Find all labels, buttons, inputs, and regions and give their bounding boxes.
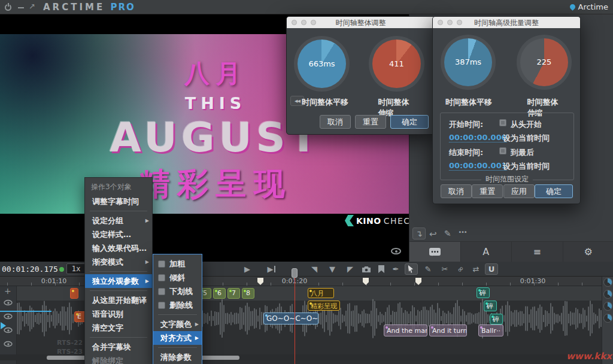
subtitle-block-yellow[interactable]: 八月: [308, 288, 334, 298]
to-end-label: 到最后: [511, 147, 534, 158]
ok-button[interactable]: 确定: [390, 115, 429, 129]
track-eye-icon[interactable]: [4, 300, 12, 305]
tab-list[interactable]: ≡: [512, 242, 563, 262]
subtitle-block-cn[interactable]: 碎: [477, 287, 490, 298]
time-stretch-knob[interactable]: 225: [520, 38, 568, 86]
menu-item-set-group[interactable]: 设定分组▶: [85, 214, 152, 228]
mini-knob[interactable]: [603, 278, 612, 287]
menu-item-gradient-mode[interactable]: 渐变模式▶: [85, 255, 152, 269]
subtitle-block-numbered[interactable]: 8: [242, 288, 254, 299]
magnet-snap-button[interactable]: U: [485, 263, 498, 275]
time-shift-knob[interactable]: 387ms: [444, 38, 492, 86]
minimize-icon[interactable]: [18, 7, 24, 8]
subtitle-block-numbered[interactable]: 6: [213, 288, 226, 299]
subtitle-block-numbered[interactable]: 7: [227, 288, 240, 299]
arctime-drop-icon: [569, 3, 576, 11]
subtitle-block-cn[interactable]: 碎: [484, 301, 497, 311]
checkbox: [158, 260, 165, 268]
menu-item-merge-blocks[interactable]: 合并字幕块: [85, 340, 152, 354]
undo-icon[interactable]: ↩: [429, 229, 437, 239]
timecode-display[interactable]: 00:01:20.175: [2, 265, 58, 274]
tab-settings[interactable]: ⚙: [563, 242, 613, 262]
subtitle-block-lyric[interactable]: GO~O~C~O~··: [263, 313, 318, 324]
subtitle-block-yellow[interactable]: 精彩呈现: [308, 301, 340, 311]
cancel-button[interactable]: 取消: [320, 115, 351, 129]
reset-button[interactable]: 重置: [472, 184, 503, 198]
submenu-item-bold[interactable]: 加粗: [153, 257, 202, 271]
menu-separator: [158, 314, 197, 315]
mini-knob[interactable]: [603, 302, 612, 311]
tab-subtitles[interactable]: [409, 242, 461, 262]
menu-item-adjust-subtitle-time[interactable]: 调整字幕时间: [85, 195, 152, 208]
text-style-icon: A: [482, 246, 489, 257]
menu-separator: [158, 347, 197, 348]
edit-tool-icon[interactable]: ✎: [421, 263, 435, 275]
submenu-arrow-icon: ▶: [195, 321, 199, 327]
add-track-button[interactable]: +: [4, 286, 11, 296]
subtitle-block-selected[interactable]: [70, 288, 78, 299]
subtitle-block-en[interactable]: And it turn·: [429, 324, 467, 336]
camera-icon[interactable]: [360, 263, 373, 275]
menu-item-clear-text[interactable]: 清空文字: [85, 321, 152, 335]
time-stretch-knob[interactable]: 411: [372, 40, 421, 88]
apply-button[interactable]: 应用: [503, 184, 535, 198]
submenu-item-italic[interactable]: 倾斜: [153, 271, 202, 284]
reset-button[interactable]: 重置: [355, 115, 386, 129]
submenu-item-text-color[interactable]: 文字颜色▶: [153, 317, 202, 331]
knob-label: 时间整体平移: [445, 97, 492, 108]
ok-button[interactable]: 确定: [535, 184, 573, 198]
dialog-titlebar[interactable]: 时间轴高级批量调整: [433, 17, 580, 28]
start-time-label: 开始时间:: [449, 119, 483, 130]
playhead-line: [295, 269, 295, 364]
track-eye-icon[interactable]: [4, 314, 12, 319]
tab-text-style[interactable]: A: [461, 242, 512, 262]
kinocheck-logo: KINOCHECK: [345, 215, 417, 226]
play-button[interactable]: ▶: [241, 263, 254, 275]
submenu-arrow-icon: ▶: [145, 278, 149, 284]
checkbox: [158, 288, 165, 295]
skip-to-end-button[interactable]: ▶: [265, 263, 278, 275]
to-end-checkbox[interactable]: [499, 147, 506, 154]
pencil-icon[interactable]: ✎: [444, 229, 451, 238]
cancel-button[interactable]: 取消: [441, 184, 472, 198]
set-current-time-1[interactable]: 设为当前时间: [503, 133, 550, 144]
time-shift-knob[interactable]: 663ms: [298, 40, 346, 88]
playhead-handle[interactable]: [292, 268, 298, 278]
submenu-item-underline[interactable]: 下划线: [153, 284, 202, 298]
submenu-item-alignment[interactable]: 对齐方式▶: [153, 331, 202, 345]
menu-item-effect-code[interactable]: 输入效果代码…: [85, 241, 152, 255]
end-time-value[interactable]: 00:00:00.001: [449, 161, 507, 171]
mini-knob[interactable]: [603, 290, 612, 299]
dialog-titlebar[interactable]: 时间轴整体调整: [287, 17, 435, 28]
corner-sw-tool[interactable]: ◤: [344, 263, 357, 275]
submenu-item-clear-params[interactable]: 清除参数: [153, 350, 202, 364]
submenu-item-strikethrough[interactable]: 删除线: [153, 298, 202, 312]
mini-knob[interactable]: [603, 314, 612, 323]
start-time-value[interactable]: 00:00:00.000: [449, 133, 507, 142]
corner-ne-tool[interactable]: ◥: [308, 263, 321, 275]
subtitle-block-en[interactable]: And the man i·: [384, 324, 427, 336]
menu-item-independent-appearance[interactable]: 独立外观参数▶: [85, 274, 152, 288]
triangle-down-tool[interactable]: ▼: [326, 263, 339, 275]
swap-icon[interactable]: ⇄: [469, 263, 482, 275]
menu-item-speech-recognition[interactable]: 语音识别: [85, 307, 152, 321]
subtitle-block-cn[interactable]: 碎: [490, 314, 503, 324]
menu-item-set-style[interactable]: 设定样式…: [85, 228, 152, 241]
link-icon[interactable]: ∞: [452, 260, 469, 278]
pen-tool-icon[interactable]: ✒: [389, 263, 402, 275]
subtitle-block-en[interactable]: Ballr··: [478, 324, 503, 336]
subtitle-visibility-eye-icon[interactable]: [391, 248, 401, 254]
power-icon[interactable]: [5, 4, 11, 11]
account-menu[interactable]: Arctime: [570, 2, 608, 11]
more-icon[interactable]: …: [459, 225, 467, 235]
route-tool-button[interactable]: ↴: [412, 228, 426, 239]
scissors-icon[interactable]: ✂: [438, 263, 451, 275]
select-tool-button[interactable]: [405, 263, 418, 275]
expand-icon[interactable]: ↗: [29, 2, 35, 11]
bookmark-icon[interactable]: [375, 263, 388, 275]
menu-item-translate-from-here[interactable]: 从这里开始翻译: [85, 293, 152, 307]
set-current-time-2[interactable]: 设为当前时间: [503, 161, 550, 172]
from-start-checkbox[interactable]: [499, 119, 506, 126]
track-eye-icon[interactable]: [4, 341, 12, 347]
list-icon: ≡: [533, 246, 541, 257]
